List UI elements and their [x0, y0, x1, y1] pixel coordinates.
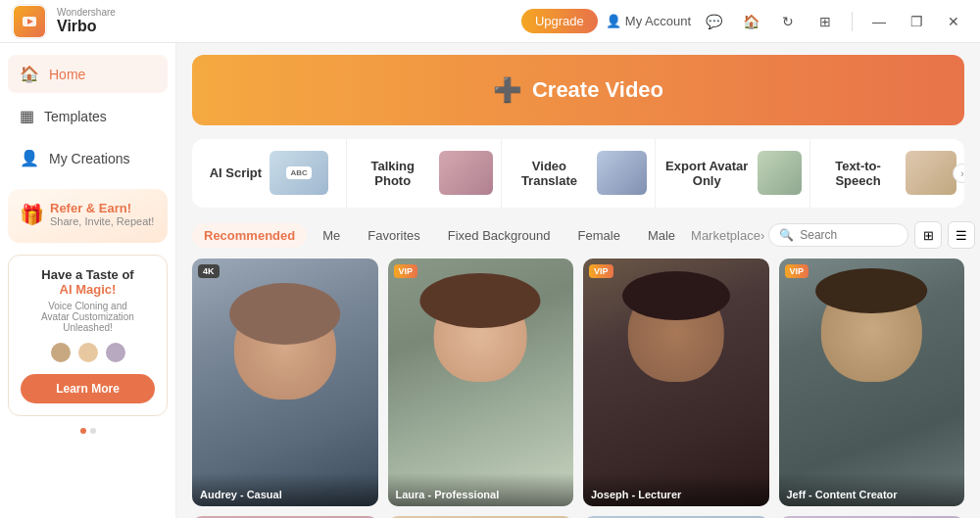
create-video-icon: ➕ [493, 76, 522, 104]
avatar-name-jeff: Jeff - Content Creator [779, 473, 965, 506]
feature-ai-script-inner: AI Script ABC [200, 151, 338, 195]
feature-text-to-speech[interactable]: Text-to-Speech [810, 139, 964, 208]
avatar-img-joseph [583, 259, 769, 506]
ai-magic-desc: Voice Cloning and Avatar Customization U… [21, 301, 155, 333]
account-icon: 👤 [606, 14, 621, 28]
logo-icon [20, 12, 39, 31]
upgrade-button[interactable]: Upgrade [521, 9, 598, 33]
filter-favorites[interactable]: Favorites [356, 223, 431, 248]
ai-magic-title: Have a Taste of AI Magic! [21, 267, 155, 297]
chevron-icon: › [760, 228, 764, 243]
home-icon: 🏠 [20, 65, 39, 83]
titlebar-controls: Upgrade 👤 My Account 💬 🏠 ↻ ⊞ — ❐ ✕ [521, 7, 968, 36]
account-button[interactable]: 👤 My Account [606, 14, 691, 28]
titlebar: Wondershare Virbo Upgrade 👤 My Account 💬… [0, 0, 980, 43]
talking-photo-thumb [439, 151, 493, 195]
message-icon-btn[interactable]: 💬 [699, 7, 728, 36]
search-input[interactable] [800, 228, 898, 242]
refer-title: Refer & Earn! [50, 201, 154, 215]
refer-header: 🎁 Refer & Earn! Share, Invite, Repeat! [20, 201, 156, 227]
feature-row: AI Script ABC Talking Photo Vide [192, 139, 964, 208]
content-area: ➕ Create Video AI Script ABC Talking Pho… [176, 43, 980, 518]
avatar-grid: 4K Audrey - Casual VIP Laura - Professio… [192, 259, 964, 506]
avatar-name-laura: Laura - Professional [388, 473, 574, 506]
learn-more-button[interactable]: Learn More [21, 374, 155, 403]
create-video-button[interactable]: ➕ Create Video [192, 55, 964, 125]
search-box: 🔍 [768, 223, 908, 247]
ai-magic-avatars [21, 341, 155, 364]
avatar-img-laura [388, 259, 574, 506]
avatar-name-audrey: Audrey - Casual [192, 473, 378, 506]
avatar-badge-vip: VIP [394, 264, 418, 278]
avatar-img-audrey [192, 259, 378, 506]
ai-magic-card: Have a Taste of AI Magic! Voice Cloning … [8, 255, 168, 416]
home-icon-btn[interactable]: 🏠 [736, 7, 765, 36]
sidebar-item-my-creations[interactable]: 👤 My Creations [8, 139, 168, 177]
feature-ai-script[interactable]: AI Script ABC [192, 139, 347, 208]
dot-active [80, 428, 86, 434]
list-view-btn[interactable]: ☰ [948, 221, 975, 249]
filter-female[interactable]: Female [566, 223, 632, 248]
avatar-name-joseph: Joseph - Lecturer [583, 473, 769, 506]
tts-thumb [906, 151, 956, 195]
mini-avatar [49, 341, 73, 364]
gift-icon: 🎁 [20, 203, 44, 226]
minimize-button[interactable]: — [864, 7, 894, 36]
video-translate-thumb [597, 151, 647, 195]
separator [852, 12, 853, 31]
close-button[interactable]: ✕ [939, 7, 968, 36]
logo-inner [14, 6, 45, 37]
brand-name: Wondershare [57, 7, 116, 18]
avatar-card-jeff[interactable]: VIP Jeff - Content Creator [779, 259, 965, 506]
page-dots [8, 428, 168, 434]
feature-talking-photo[interactable]: Talking Photo [347, 139, 502, 208]
mini-avatar [76, 341, 100, 364]
filter-fixed-bg[interactable]: Fixed Background [436, 223, 563, 248]
app-name-label: Virbo [57, 18, 116, 35]
ai-script-thumb: ABC [270, 151, 328, 195]
app-logo [12, 4, 47, 39]
avatar-badge-vip: VIP [589, 264, 613, 278]
sidebar-item-home[interactable]: 🏠 Home [8, 55, 168, 93]
creations-icon: 👤 [20, 149, 39, 167]
mini-avatar [104, 341, 127, 364]
avatar-card-audrey[interactable]: 4K Audrey - Casual [192, 259, 378, 506]
grid-view-btn[interactable]: ⊞ [914, 221, 942, 249]
filter-search: 🔍 ⊞ ☰ [768, 221, 975, 249]
refer-earn-card: 🎁 Refer & Earn! Share, Invite, Repeat! [8, 189, 168, 243]
sidebar-item-templates[interactable]: ▦ Templates [8, 97, 168, 135]
filter-male[interactable]: Male [636, 223, 687, 248]
app-branding: Wondershare Virbo [12, 4, 116, 39]
avatar-card-laura[interactable]: VIP Laura - Professional [388, 259, 574, 506]
filter-me[interactable]: Me [311, 223, 352, 248]
feature-video-translate[interactable]: Video Translate [502, 139, 657, 208]
avatar-badge-vip: VIP [785, 264, 809, 278]
feature-export-avatar[interactable]: Export Avatar Only [656, 139, 810, 208]
filter-more[interactable]: Marketplace › [691, 228, 764, 243]
restore-button[interactable]: ❐ [902, 7, 931, 36]
sidebar: 🏠 Home ▦ Templates 👤 My Creations 🎁 Refe… [0, 43, 176, 518]
feature-translate-inner: Video Translate [510, 151, 648, 195]
avatar-card-joseph[interactable]: VIP Joseph - Lecturer [583, 259, 769, 506]
feature-talking-inner: Talking Photo [355, 151, 493, 195]
templates-icon: ▦ [20, 107, 34, 125]
dot [90, 428, 96, 434]
refer-sub: Share, Invite, Repeat! [50, 215, 154, 227]
feature-tts-inner: Text-to-Speech [818, 151, 956, 195]
search-icon: 🔍 [779, 228, 794, 242]
app-name: Wondershare Virbo [57, 7, 116, 35]
refresh-icon-btn[interactable]: ↻ [773, 7, 803, 36]
export-avatar-thumb [758, 151, 802, 195]
grid-icon-btn[interactable]: ⊞ [810, 7, 840, 36]
filter-recommended[interactable]: Recommended [192, 223, 307, 248]
avatar-badge-4k: 4K [198, 264, 220, 278]
main-layout: 🏠 Home ▦ Templates 👤 My Creations 🎁 Refe… [0, 43, 980, 518]
filter-row: Recommended Me Favorites Fixed Backgroun… [192, 221, 964, 249]
feature-export-inner: Export Avatar Only [663, 151, 802, 195]
avatar-img-jeff [779, 259, 965, 506]
